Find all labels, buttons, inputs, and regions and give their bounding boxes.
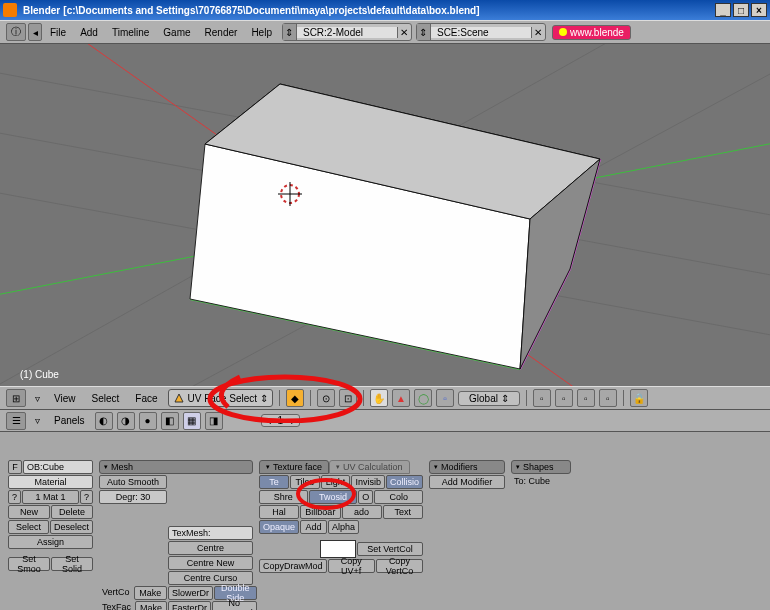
ob-users-button[interactable]: F: [8, 460, 22, 474]
scene-selector[interactable]: ⇕ SCE:Scene ✕: [416, 23, 546, 41]
mat-assign-button[interactable]: Assign: [8, 535, 93, 549]
copy-uv-button[interactable]: Copy UV+f: [328, 559, 375, 573]
menu-render[interactable]: Render: [199, 25, 244, 40]
set-solid-button[interactable]: Set Solid: [51, 557, 93, 571]
tab-textureface[interactable]: Texture face: [259, 460, 329, 474]
twosided-button[interactable]: Twosid: [309, 490, 358, 504]
color-button[interactable]: Colo: [374, 490, 423, 504]
menu-select[interactable]: Select: [86, 391, 126, 406]
material-field[interactable]: Material: [8, 475, 93, 489]
menu-game[interactable]: Game: [157, 25, 196, 40]
pivot-button[interactable]: ⊙: [317, 389, 335, 407]
shadow-button[interactable]: ado: [342, 505, 382, 519]
obcolor-button[interactable]: O: [358, 490, 373, 504]
menu-expand-icon[interactable]: ▿: [30, 391, 44, 405]
halo-button[interactable]: Hal: [259, 505, 299, 519]
mat-new-button[interactable]: New: [8, 505, 50, 519]
vertcol-make-button[interactable]: Make: [134, 586, 167, 600]
menu-add[interactable]: Add: [74, 25, 104, 40]
panel-mesh-title[interactable]: Mesh: [99, 460, 253, 474]
context-logic[interactable]: ◐: [95, 412, 113, 430]
view-type-icon[interactable]: ⊞: [6, 389, 26, 407]
context-script[interactable]: ◑: [117, 412, 135, 430]
blender-link-button[interactable]: www.blende: [552, 25, 631, 40]
3d-viewport[interactable]: (1) Cube: [0, 44, 770, 386]
tab-uvcalc[interactable]: UV Calculation: [329, 460, 410, 474]
mat-deselect-button[interactable]: Deselect: [50, 520, 93, 534]
panel-shapes-title[interactable]: Shapes: [511, 460, 571, 474]
add-modifier-button[interactable]: Add Modifier: [429, 475, 505, 489]
lock-button[interactable]: 🔒: [630, 389, 648, 407]
screen-selector[interactable]: ⇕ SCR:2-Model ✕: [282, 23, 412, 41]
mat-browse[interactable]: ?: [80, 490, 93, 504]
screen-delete-icon[interactable]: ✕: [397, 27, 411, 38]
centre-button[interactable]: Centre: [168, 541, 253, 555]
texmesh-field[interactable]: TexMesh:: [168, 526, 253, 540]
panels-expand-icon[interactable]: ▿: [30, 414, 44, 428]
menu-view[interactable]: View: [48, 391, 82, 406]
frame-spinner[interactable]: ◂ 1 ▸: [261, 414, 301, 427]
mode-selector[interactable]: UV Face Select ⇕: [168, 389, 273, 407]
text-button[interactable]: Text: [383, 505, 423, 519]
menu-file[interactable]: File: [44, 25, 72, 40]
frame-value[interactable]: 1: [274, 415, 288, 426]
menu-face[interactable]: Face: [129, 391, 163, 406]
scene-browse-icon[interactable]: ⇕: [417, 24, 431, 40]
set-smooth-button[interactable]: Set Smoo: [8, 557, 50, 571]
light-button[interactable]: Light: [321, 475, 351, 489]
manipulator-toggle[interactable]: ✋: [370, 389, 388, 407]
layer-button-4[interactable]: ▫: [599, 389, 617, 407]
novnormal-button[interactable]: No V.Normal: [212, 601, 257, 610]
fasterdraw-button[interactable]: FasterDr: [168, 601, 211, 610]
orientation-selector[interactable]: Global ⇕: [458, 391, 520, 406]
buttons-type-icon[interactable]: ☰: [6, 412, 26, 430]
ob-name-field[interactable]: OB:Cube: [23, 460, 93, 474]
maximize-button[interactable]: □: [733, 3, 749, 17]
shared-button[interactable]: Shre: [259, 490, 308, 504]
rotate-manipulator[interactable]: ◯: [414, 389, 432, 407]
copy-vertcol-button[interactable]: Copy VertCo: [376, 559, 423, 573]
menu-timeline[interactable]: Timeline: [106, 25, 155, 40]
scale-manipulator[interactable]: ▫: [436, 389, 454, 407]
texface-make-button[interactable]: Make: [135, 601, 167, 610]
collision-button[interactable]: Collisio: [386, 475, 423, 489]
translate-manipulator[interactable]: ▲: [392, 389, 410, 407]
context-editing[interactable]: ▦: [183, 412, 201, 430]
alpha-button[interactable]: Alpha: [328, 520, 359, 534]
draw-type-button[interactable]: ◆: [286, 389, 304, 407]
opaque-button[interactable]: Opaque: [259, 520, 299, 534]
screen-name[interactable]: SCR:2-Model: [297, 27, 397, 38]
degr-field[interactable]: Degr: 30: [99, 490, 167, 504]
tiles-button[interactable]: Tiles: [290, 475, 320, 489]
copy-drawmode-button[interactable]: CopyDrawMod: [259, 559, 327, 573]
layer-button-2[interactable]: ▫: [555, 389, 573, 407]
add-button[interactable]: Add: [300, 520, 327, 534]
context-object[interactable]: ◧: [161, 412, 179, 430]
context-shading[interactable]: ●: [139, 412, 157, 430]
invisible-button[interactable]: Invisib: [351, 475, 385, 489]
menu-collapse-icon[interactable]: ◂: [28, 23, 42, 41]
menu-help[interactable]: Help: [245, 25, 278, 40]
auto-smooth-button[interactable]: Auto Smooth: [99, 475, 167, 489]
context-scene[interactable]: ◨: [205, 412, 223, 430]
close-button[interactable]: ×: [751, 3, 767, 17]
scene-name[interactable]: SCE:Scene: [431, 27, 531, 38]
scene-delete-icon[interactable]: ✕: [531, 27, 545, 38]
frame-next[interactable]: ▸: [287, 415, 299, 426]
mat-select-button[interactable]: Select: [8, 520, 49, 534]
mat-nav[interactable]: ?: [8, 490, 21, 504]
set-vertcol-button[interactable]: Set VertCol: [357, 542, 423, 556]
centre-new-button[interactable]: Centre New: [168, 556, 253, 570]
window-type-button[interactable]: ⓘ: [6, 23, 26, 41]
minimize-button[interactable]: _: [715, 3, 731, 17]
panel-modifiers-title[interactable]: Modifiers: [429, 460, 505, 474]
billboard-button[interactable]: Billboar: [300, 505, 340, 519]
frame-prev[interactable]: ◂: [262, 415, 274, 426]
screen-browse-icon[interactable]: ⇕: [283, 24, 297, 40]
mat-delete-button[interactable]: Delete: [51, 505, 93, 519]
mat-slot[interactable]: 1 Mat 1: [22, 490, 79, 504]
layer-button-3[interactable]: ▫: [577, 389, 595, 407]
tex-button[interactable]: Te: [259, 475, 289, 489]
layer-button-1[interactable]: ▫: [533, 389, 551, 407]
pivot-median-button[interactable]: ⊡: [339, 389, 357, 407]
